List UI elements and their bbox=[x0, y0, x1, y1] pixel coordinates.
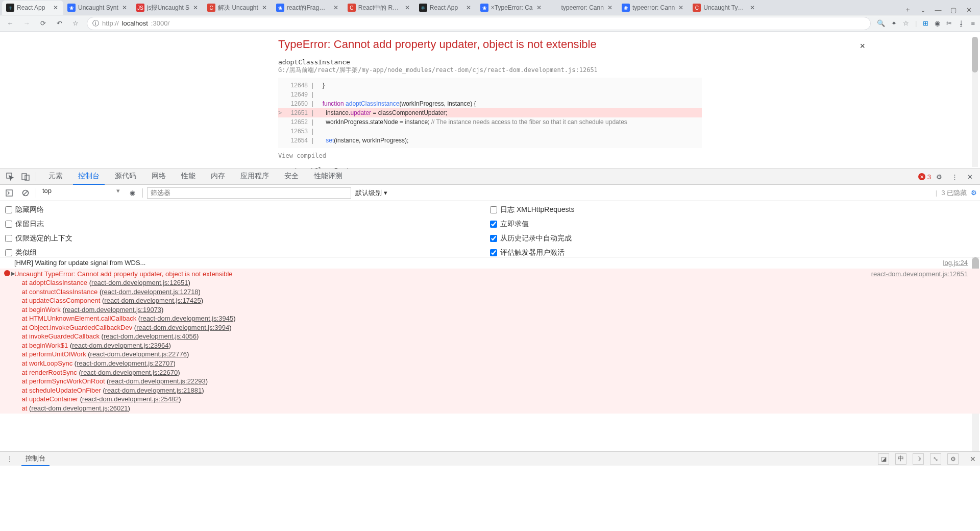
devtools-close-icon[interactable]: ✕ bbox=[963, 170, 977, 184]
browser-tab[interactable]: C解决 Uncaught✕ bbox=[203, 1, 272, 15]
console-setting-checkbox[interactable]: 仅限选定的上下文 bbox=[5, 234, 490, 243]
apps-icon[interactable]: ⊞ bbox=[923, 19, 928, 27]
stack-source-link[interactable]: react-dom.development.js:22293 bbox=[109, 377, 205, 385]
checkbox[interactable] bbox=[5, 249, 12, 256]
zoom-icon[interactable]: 🔍 bbox=[877, 19, 885, 27]
browser-tab[interactable]: JSjs报Uncaught S✕ bbox=[132, 1, 203, 15]
stack-source-link[interactable]: react-dom.development.js:12651 bbox=[91, 279, 188, 286]
browser-tab[interactable]: ❀Uncaught Synt✕ bbox=[63, 1, 132, 15]
devtools-tab[interactable]: 控制台 bbox=[73, 168, 105, 185]
browser-tab[interactable]: ❀×TypeError: Ca✕ bbox=[476, 1, 547, 15]
checkbox[interactable] bbox=[490, 221, 497, 228]
view-compiled-link[interactable]: View compiled bbox=[278, 152, 702, 159]
tab-close-icon[interactable]: ✕ bbox=[606, 4, 614, 11]
stack-source-link[interactable]: react-dom.development.js:22776 bbox=[90, 350, 187, 358]
bookmark-star-icon[interactable]: ☆ bbox=[903, 19, 909, 27]
maximize-button[interactable]: ▢ bbox=[948, 5, 959, 15]
devtools-tab[interactable]: 源代码 bbox=[110, 168, 141, 185]
overlay-close-button[interactable]: × bbox=[860, 41, 865, 52]
live-expression-icon[interactable]: ◉ bbox=[126, 187, 138, 199]
refresh-button[interactable]: ⟳ bbox=[38, 18, 48, 29]
tab-close-icon[interactable]: ✕ bbox=[192, 4, 199, 11]
message-source-link[interactable]: react-dom.development.js:12651 bbox=[871, 270, 968, 413]
stack-source-link[interactable]: react-dom.development.js:3994 bbox=[136, 324, 229, 331]
url-input[interactable]: ⓘ http://localhost:3000/ bbox=[87, 17, 871, 30]
message-source-link[interactable]: log.js:24 bbox=[943, 258, 968, 268]
devtools-tab[interactable]: 元素 bbox=[43, 168, 68, 185]
drawer-dock-icon[interactable]: ⤡ bbox=[930, 453, 941, 465]
tab-close-icon[interactable]: ✕ bbox=[52, 4, 59, 11]
console-setting-checkbox[interactable]: 保留日志 bbox=[5, 220, 490, 229]
tab-close-icon[interactable]: ✕ bbox=[121, 4, 128, 11]
browser-tab[interactable]: ❀typeerror: Cann✕ bbox=[618, 1, 689, 15]
devtools-tab[interactable]: 内存 bbox=[206, 168, 230, 185]
browser-tab[interactable]: CReact中的 React✕ bbox=[344, 1, 415, 15]
checkbox[interactable] bbox=[5, 221, 12, 228]
extension-icon-1[interactable]: ✦ bbox=[891, 19, 897, 27]
stack-source-link[interactable]: react-dom.development.js:23964 bbox=[72, 342, 168, 349]
log-level-select[interactable]: 默认级别 ▾ bbox=[355, 188, 387, 198]
back-button[interactable]: ← bbox=[5, 18, 15, 29]
clear-console-icon[interactable] bbox=[19, 187, 32, 199]
console-settings-icon[interactable]: ⚙ bbox=[971, 189, 977, 197]
stack-source-link[interactable]: react-dom.development.js:26021 bbox=[31, 404, 128, 412]
tab-close-icon[interactable]: ✕ bbox=[404, 4, 411, 11]
checkbox[interactable] bbox=[490, 206, 497, 213]
stack-source-link[interactable]: react-dom.development.js:4056 bbox=[104, 332, 197, 340]
browser-tab[interactable]: typeerror: Cann✕ bbox=[547, 1, 618, 15]
stack-source-link[interactable]: react-dom.development.js:21881 bbox=[105, 387, 202, 394]
devtools-tab[interactable]: 应用程序 bbox=[235, 168, 274, 185]
download-icon[interactable]: ⭳ bbox=[958, 19, 965, 27]
new-tab-button[interactable]: ＋ bbox=[902, 5, 913, 15]
undo-button[interactable]: ↶ bbox=[54, 18, 64, 29]
console-setting-checkbox[interactable]: 日志 XMLHttpRequests bbox=[490, 205, 975, 214]
stack-source-link[interactable]: react-dom.development.js:25482 bbox=[82, 395, 179, 403]
stack-source-link[interactable]: react-dom.development.js:17425 bbox=[104, 297, 201, 304]
console-setting-checkbox[interactable]: 评估触发器用户激活 bbox=[490, 248, 975, 257]
drawer-snapshot-icon[interactable]: ◪ bbox=[878, 453, 889, 465]
tab-close-icon[interactable]: ✕ bbox=[465, 4, 472, 11]
checkbox[interactable] bbox=[490, 235, 497, 242]
drawer-menu-icon[interactable]: ⋮ bbox=[4, 453, 15, 465]
site-info-icon[interactable]: ⓘ bbox=[92, 19, 99, 28]
forward-button[interactable]: → bbox=[21, 18, 32, 29]
tab-close-icon[interactable]: ✕ bbox=[332, 4, 339, 11]
checkbox[interactable] bbox=[490, 249, 497, 256]
cut-icon[interactable]: ✂ bbox=[946, 19, 952, 27]
stack-source-link[interactable]: react-dom.development.js:22670 bbox=[81, 369, 178, 376]
minimize-button[interactable]: — bbox=[933, 5, 943, 15]
expand-arrow-icon[interactable]: ▶ bbox=[11, 270, 15, 277]
error-count-badge[interactable]: ✕ 3 bbox=[918, 173, 931, 181]
console-setting-checkbox[interactable]: 从历史记录中自动完成 bbox=[490, 234, 975, 243]
tab-close-icon[interactable]: ✕ bbox=[261, 4, 268, 11]
edge-icon[interactable]: ◉ bbox=[935, 19, 940, 27]
bookmark-button[interactable]: ☆ bbox=[70, 18, 81, 29]
browser-tab[interactable]: ⚛React App✕ bbox=[415, 1, 476, 15]
browser-tab[interactable]: ❀react的Fragmen✕ bbox=[272, 1, 344, 15]
devtools-settings-icon[interactable]: ⚙ bbox=[932, 170, 946, 184]
devtools-tab[interactable]: 网络 bbox=[146, 168, 171, 185]
drawer-lang-icon[interactable]: 中 bbox=[895, 453, 906, 465]
browser-tab[interactable]: ⚛React App✕ bbox=[2, 1, 63, 15]
console-setting-checkbox[interactable]: 隐藏网络 bbox=[5, 205, 490, 214]
drawer-tab-console[interactable]: 控制台 bbox=[21, 452, 50, 466]
stack-source-link[interactable]: react-dom.development.js:22707 bbox=[77, 359, 173, 367]
stack-source-link[interactable]: react-dom.development.js:3945 bbox=[140, 315, 233, 322]
tab-overflow-button[interactable]: ⌄ bbox=[918, 5, 928, 15]
devtools-tab[interactable]: 安全 bbox=[279, 168, 304, 185]
devtools-tab[interactable]: 性能 bbox=[176, 168, 201, 185]
hidden-count-label[interactable]: 3 已隐藏 bbox=[941, 188, 967, 198]
device-toolbar-icon[interactable] bbox=[18, 170, 33, 184]
page-scrollbar[interactable] bbox=[972, 37, 978, 167]
checkbox[interactable] bbox=[5, 206, 12, 213]
inspect-element-icon[interactable] bbox=[3, 170, 17, 184]
console-setting-checkbox[interactable]: 类似组 bbox=[5, 248, 490, 257]
menu-icon[interactable]: ≡ bbox=[971, 19, 975, 27]
tab-close-icon[interactable]: ✕ bbox=[535, 4, 543, 11]
console-sidebar-toggle-icon[interactable] bbox=[3, 187, 15, 199]
devtools-tab[interactable]: 性能评测 bbox=[309, 168, 348, 185]
tab-close-icon[interactable]: ✕ bbox=[677, 4, 684, 11]
drawer-theme-icon[interactable]: ☽ bbox=[913, 453, 924, 465]
close-window-button[interactable]: ✕ bbox=[964, 5, 974, 15]
stack-source-link[interactable]: react-dom.development.js:19073 bbox=[65, 306, 161, 313]
